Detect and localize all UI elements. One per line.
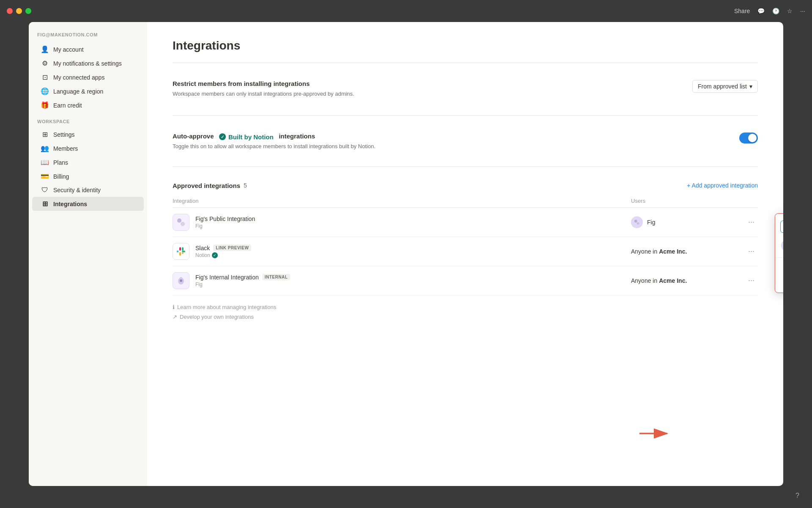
svg-rect-11 (182, 247, 184, 251)
slack-sub: Notion ✓ (195, 252, 251, 258)
integration-info-figs-internal: Fig's Internal Integration INTERNAL Fig (173, 272, 631, 289)
integrations-table: Integration Users Fig's Public Integrati… (173, 194, 758, 295)
svg-point-3 (637, 222, 639, 224)
sidebar-label-notifications: My notifications & settings (53, 60, 122, 67)
add-approved-integration-button[interactable]: + Add approved integration (685, 182, 758, 189)
sidebar-item-connected-apps[interactable]: ⊡ My connected apps (32, 70, 144, 84)
figs-public-icon (173, 214, 189, 231)
figs-internal-sub: Fig (195, 282, 290, 287)
sidebar-email: FIG@MAKENOTION.COM (29, 32, 147, 42)
figs-internal-more-button[interactable]: ··· (745, 274, 758, 286)
more-icon[interactable]: ··· (800, 8, 805, 14)
col-header-integration: Integration (173, 198, 631, 204)
filter-user-input[interactable] (780, 221, 783, 233)
svg-rect-13 (179, 252, 181, 256)
figs-internal-tag: INTERNAL (262, 274, 291, 280)
sidebar-item-integrations[interactable]: ⊞ Integrations (32, 197, 144, 211)
svg-rect-9 (182, 251, 185, 252)
remove-from-allow-list-button[interactable]: Remove from allow list (775, 275, 783, 288)
sidebar-item-notifications[interactable]: ⚙ My notifications & settings (32, 56, 144, 70)
language-icon: 🌐 (41, 87, 49, 95)
members-icon: 👥 (41, 144, 49, 152)
popup-fig-avatar (781, 240, 783, 251)
info-icon: ℹ (173, 304, 175, 310)
svg-point-14 (180, 279, 182, 282)
sidebar-label-plans: Plans (53, 159, 68, 166)
star-icon[interactable]: ☆ (787, 8, 793, 14)
table-row: Slack LINK PREVIEW Notion ✓ Anyone in Ac… (173, 237, 758, 266)
restrict-row: Restrict members from installing integra… (173, 72, 758, 107)
slack-more-button[interactable]: ··· (745, 245, 758, 257)
svg-point-2 (634, 220, 637, 223)
autoapprove-toggle-container (739, 133, 758, 144)
minimize-button[interactable] (16, 8, 22, 14)
plans-icon: 📖 (41, 158, 49, 166)
autoapprove-text: Auto-approve ✓ Built by Notion integrati… (173, 133, 376, 149)
maximize-button[interactable] (25, 8, 31, 14)
main-window: FIG@MAKENOTION.COM 👤 My account ⚙ My not… (29, 22, 783, 486)
divider-approved (173, 166, 758, 167)
external-link-icon: ↗ (173, 314, 177, 320)
restrict-text: Restrict members from installing integra… (173, 80, 354, 98)
autoapprove-row: Auto-approve ✓ Built by Notion integrati… (173, 124, 758, 158)
integration-info-slack: Slack LINK PREVIEW Notion ✓ (173, 243, 631, 260)
sidebar-item-my-account[interactable]: 👤 My account (32, 42, 144, 56)
approved-integrations-heading: Approved integrations (173, 182, 240, 189)
figs-public-users: Fig (631, 216, 732, 228)
svg-rect-12 (182, 252, 184, 254)
history-icon[interactable]: 🕐 (772, 8, 779, 14)
chat-icon[interactable]: 💬 (757, 8, 765, 14)
develop-integrations-link[interactable]: ↗ Develop your own integrations (173, 314, 758, 320)
svg-rect-7 (179, 247, 181, 251)
col-header-users: Users (631, 198, 732, 204)
figs-internal-users: Anyone in Acme Inc. (631, 277, 732, 284)
approved-integrations-count: 5 (244, 182, 247, 189)
restrict-description: Workspace members can only install integ… (173, 90, 354, 98)
arrow-annotation (639, 425, 673, 446)
share-button[interactable]: Share (734, 8, 750, 14)
add-integration-label: + Add approved integration (687, 182, 758, 189)
slack-actions: ··· (732, 247, 758, 256)
popup-user-row: Fig Revoke (775, 237, 783, 254)
figs-internal-name: Fig's Internal Integration INTERNAL (195, 274, 290, 281)
slack-verified-icon: ✓ (212, 252, 218, 258)
footer-links: ℹ Learn more about managing integrations… (173, 295, 758, 329)
sidebar-label-my-account: My account (53, 46, 84, 53)
divider-top (173, 63, 758, 63)
learn-more-link[interactable]: ℹ Learn more about managing integrations (173, 304, 758, 310)
figs-internal-icon (173, 272, 189, 289)
sidebar-item-earn-credit[interactable]: 🎁 Earn credit (32, 98, 144, 112)
sidebar-item-members[interactable]: 👥 Members (32, 141, 144, 155)
titlebar-controls: Share 💬 🕐 ☆ ··· (734, 8, 805, 14)
sidebar-label-connected-apps: My connected apps (53, 74, 104, 81)
integration-info-figs-public: Fig's Public Integration Fig (173, 214, 631, 231)
restrict-dropdown[interactable]: From approved list ▾ (692, 80, 758, 93)
shield-icon: 🛡 (41, 186, 49, 194)
slack-details: Slack LINK PREVIEW Notion ✓ (195, 245, 251, 258)
figs-public-sub: Fig (195, 223, 255, 229)
slack-tag: LINK PREVIEW (213, 245, 251, 251)
popup-search-container (775, 218, 783, 237)
svg-rect-10 (177, 251, 178, 252)
approved-integrations-title-group: Approved integrations 5 (173, 182, 247, 189)
sidebar-label-integrations: Integrations (53, 201, 87, 207)
autoapprove-suffix: integrations (279, 133, 315, 140)
sidebar-label-billing: Billing (53, 173, 69, 180)
traffic-lights (7, 8, 31, 14)
sidebar-item-settings[interactable]: ⊞ Settings (32, 127, 144, 141)
autoapprove-toggle[interactable] (739, 133, 758, 144)
sidebar-label-language: Language & region (53, 88, 103, 95)
apps-icon: ⊡ (41, 73, 49, 81)
sidebar-item-security[interactable]: 🛡 Security & identity (32, 183, 144, 197)
sidebar-item-billing[interactable]: 💳 Billing (32, 169, 144, 183)
disconnect-all-users-button[interactable]: Disconnect all users (775, 261, 783, 275)
sidebar-item-plans[interactable]: 📖 Plans (32, 155, 144, 169)
help-button[interactable]: ? (796, 492, 799, 500)
slack-users: Anyone in Acme Inc. (631, 248, 732, 255)
close-button[interactable] (7, 8, 13, 14)
sidebar-item-language[interactable]: 🌐 Language & region (32, 84, 144, 98)
sidebar-workspace-section: WORKSPACE (29, 112, 147, 127)
col-header-actions (732, 198, 758, 204)
figs-public-more-button[interactable]: ··· (745, 216, 758, 228)
account-icon: 👤 (41, 45, 49, 53)
